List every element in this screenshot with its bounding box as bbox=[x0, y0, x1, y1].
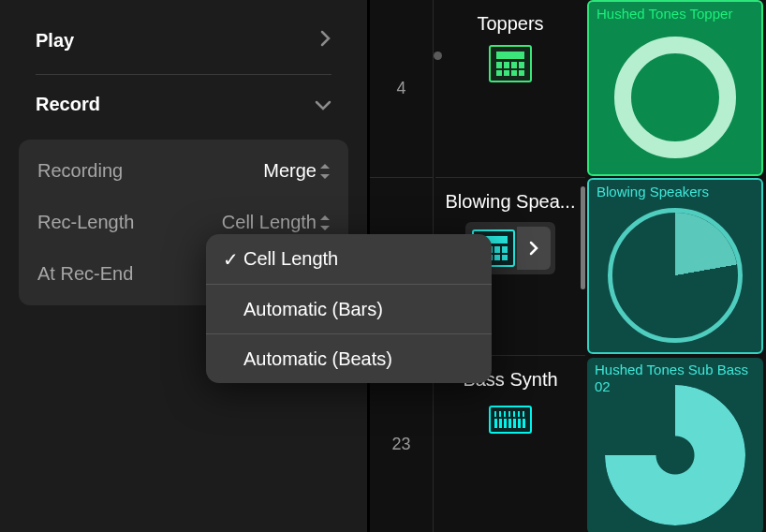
stepper-icon bbox=[320, 215, 330, 230]
clip-label: Hushed Tones Topper bbox=[597, 6, 754, 22]
clip-hushed-tones-topper[interactable]: Hushed Tones Topper bbox=[587, 0, 763, 176]
track-name-label: Blowing Spea... bbox=[446, 191, 576, 213]
waveform-burst-icon bbox=[591, 380, 759, 530]
clip-column: Hushed Tones Topper Blowing Speakers Hus… bbox=[587, 0, 766, 532]
clip-hushed-tones-sub-bass[interactable]: Hushed Tones Sub Bass 02 bbox=[587, 358, 763, 532]
popup-option-automatic-beats[interactable]: Automatic (Beats) bbox=[206, 333, 492, 383]
chevron-right-icon bbox=[320, 30, 331, 52]
track-expand-button[interactable] bbox=[517, 227, 551, 270]
record-section-header[interactable]: Record bbox=[9, 82, 358, 138]
play-label: Play bbox=[36, 30, 74, 52]
drum-machine-icon bbox=[488, 44, 533, 83]
track-name-label: Toppers bbox=[477, 13, 543, 35]
recording-mode-value: Merge bbox=[263, 160, 330, 182]
popup-option-label: Automatic (Bars) bbox=[243, 299, 383, 320]
track-header-toppers[interactable]: Toppers bbox=[435, 0, 585, 178]
rec-length-popup: ✓ Cell Length Automatic (Bars) Automatic… bbox=[206, 234, 492, 383]
synth-icon bbox=[488, 400, 533, 439]
track-indicator-dot bbox=[434, 52, 442, 60]
progress-pie-icon bbox=[593, 202, 758, 348]
rec-length-label: Rec-Length bbox=[37, 212, 134, 233]
record-label: Record bbox=[36, 94, 100, 115]
chevron-down-icon bbox=[315, 94, 331, 115]
rec-length-value: Cell Length bbox=[222, 212, 330, 233]
popup-option-automatic-bars[interactable]: Automatic (Bars) bbox=[206, 284, 492, 333]
popup-option-label: Automatic (Beats) bbox=[243, 348, 392, 370]
divider bbox=[36, 74, 331, 75]
scene-number[interactable]: 4 bbox=[370, 0, 434, 178]
waveform-ring-icon bbox=[593, 24, 758, 170]
recording-mode-row[interactable]: Recording Merge bbox=[19, 145, 348, 197]
recording-mode-label: Recording bbox=[37, 160, 123, 182]
at-rec-end-label: At Rec-End bbox=[37, 263, 133, 285]
clip-blowing-speakers[interactable]: Blowing Speakers bbox=[587, 178, 763, 354]
popup-option-label: Cell Length bbox=[243, 248, 338, 270]
checkmark-icon: ✓ bbox=[223, 248, 243, 271]
play-section-header[interactable]: Play bbox=[9, 19, 358, 74]
stepper-icon bbox=[320, 164, 330, 179]
popup-option-cell-length[interactable]: ✓ Cell Length bbox=[206, 234, 492, 284]
track-resize-handle[interactable] bbox=[581, 186, 585, 289]
clip-label: Blowing Speakers bbox=[597, 184, 754, 200]
